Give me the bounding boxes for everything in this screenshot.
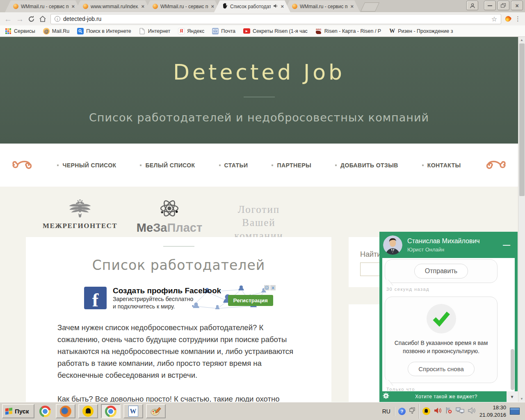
tray-date: 21.09.2016 [479,411,506,419]
nav-add-review[interactable]: ДОБАВИТЬ ОТЗЫВ [335,162,398,169]
tab-detected-job-active[interactable]: Список работодателей × [214,0,290,12]
taskbar-chrome-active[interactable] [101,404,121,418]
url-text[interactable]: detected-job.ru [63,16,488,22]
show-desktop-icon[interactable] [510,408,520,415]
widget-promo-link[interactable]: Хотите такой же виджет? [389,394,503,399]
bookmark-mail[interactable]: Почта [212,28,235,34]
restore-button[interactable] [498,1,509,10]
chat-widget: Станислав Михайлович Юрист Онлайн — Отпр… [379,232,518,402]
forward-icon[interactable]: → [16,15,24,23]
bookmark-internet[interactable]: Интернет [139,28,171,34]
chat-bubble-send: Отправить [385,259,498,283]
taskbar-firefox[interactable] [56,404,75,418]
back-icon[interactable]: ← [4,15,12,23]
volume-red-icon[interactable] [434,407,442,415]
reload-icon[interactable] [28,16,35,23]
security-alert-flag-icon[interactable] [445,407,452,415]
site-header: Detected Job Список работодателей и недо… [0,37,518,144]
profile-button[interactable] [466,1,478,10]
bookmark-label: Поиск в Интернете [86,28,131,34]
tray-clock[interactable]: 18:30 21.09.2016 [479,404,506,418]
nav-contacts[interactable]: КОНТАКТЫ [422,162,461,169]
nav-articles[interactable]: СТАТЬИ [219,162,248,169]
bookmark-mailru[interactable]: @ Mail.Ru [43,28,69,34]
tab-close-icon[interactable]: × [350,4,354,9]
tab-wmmail-3[interactable]: WMmail.ru - сервис почтов × [144,0,221,12]
tab-audio-icon[interactable] [273,4,278,9]
ad-title: Создать профиль Facebook [113,286,221,295]
language-indicator[interactable]: RU [382,408,390,415]
address-bar[interactable]: i detected-job.ru ☆ [50,14,501,24]
volume-icon[interactable] [468,407,476,415]
ornament-swirl-left-icon [11,159,35,171]
page-info-icon[interactable]: i [55,16,60,22]
nav-white-list[interactable]: БЕЛЫЙ СПИСОК [140,162,195,169]
extension-flame-icon[interactable] [504,15,512,23]
tab-close-icon[interactable]: × [211,4,214,9]
quicklaunch-chrome[interactable] [37,406,53,417]
paragraph: Как быть? Все довольно просто! К счастью… [57,393,297,402]
taskbar-cyberghost[interactable] [78,404,98,418]
facebook-ad-banner[interactable]: f [84,285,274,311]
logo-placeholder-text: Логотип Вашей компании [218,198,300,242]
bookmark-risen-map[interactable]: RPG Risen - Карта - Risen / Р [315,28,381,34]
tab-wmmail-2[interactable]: www.wmmail.ru/index.php? × [75,0,151,12]
consultant-avatar [383,235,402,255]
chat-minimize-icon[interactable]: — [500,241,513,249]
gear-icon[interactable] [383,393,389,401]
start-button[interactable]: Пуск [2,404,34,418]
nav-black-list[interactable]: ЧЕРНЫЙ СПИСОК [57,162,116,169]
scroll-down-icon[interactable]: ▼ [518,397,525,401]
scroll-up-icon[interactable]: ▲ [518,38,525,42]
tab-wmmail-4[interactable]: WMmail.ru - сервис почтов × [284,0,360,12]
ask-again-button[interactable]: Спросить снова [408,362,475,376]
bookmark-services[interactable]: Сервисы [5,28,35,34]
scrollbar-thumb[interactable] [519,43,525,196]
bookmark-star-icon[interactable]: ☆ [491,15,497,23]
chat-footer[interactable]: Хотите такой же виджет? [379,391,507,402]
apps-grid-icon [5,28,11,34]
menu-dots-icon[interactable]: ⋮ [515,15,521,23]
facebook-logo-icon: f [84,287,107,309]
logo-mezaplast[interactable]: МеЗаПласт [128,198,210,235]
site-subtitle: Список работодателей и недобросовестных … [0,111,518,124]
tab-close-icon[interactable]: × [141,4,144,9]
tray-expand-icon[interactable] [409,407,415,415]
logo-placeholder[interactable]: Логотип Вашей компании [218,198,300,242]
tab-title: www.wmmail.ru/index.php? [91,4,139,9]
page-scrollbar[interactable]: ▲ ▼ [518,37,525,402]
nav-partners[interactable]: ПАРТНЕРЫ [272,162,311,169]
new-tab-button[interactable] [361,2,379,11]
partner-logos-band: МЕЖРЕГИОНТЕСТ МеЗаПласт Логотип Вашей ко… [0,187,518,237]
logo-name: МеЗаПласт [128,221,210,235]
wmmail-favicon [83,4,88,9]
ad-close-icon[interactable]: X [270,285,276,290]
tab-close-icon[interactable]: × [71,4,75,9]
paint-icon [151,406,161,416]
tab-close-icon[interactable]: × [281,4,284,9]
chat-scrollbar-thumb[interactable] [511,349,514,390]
help-icon[interactable]: ? [398,408,406,415]
adchoices-info-icon[interactable]: i [264,285,269,290]
bookmarks-bar: Сервисы @ Mail.Ru Поиск в Интернете Инте… [0,25,525,37]
w-letter-icon: W [389,28,395,34]
close-button[interactable]: × [511,1,523,10]
network-icon[interactable] [456,407,464,415]
chat-collapse-icon[interactable]: ▼ [507,391,518,402]
taskbar: Пуск W RU ? 18:30 [0,402,525,420]
bookmark-internet-search[interactable]: Поиск в Интернете [77,28,131,34]
ad-register-button[interactable]: Регистрация [228,295,273,306]
cyberghost-tray-icon[interactable] [422,407,430,415]
taskbar-paint[interactable] [146,404,166,418]
bullet-icon [140,164,142,166]
bookmark-risen-walkthrough[interactable]: W Ризен - Прохождение з [389,28,453,34]
minimize-button[interactable] [484,1,496,10]
tab-wmmail-1[interactable]: WMmail.ru - сервис почтов × [5,0,81,12]
bookmark-risen-secrets[interactable]: ▶ Секреты Risen (1-я час [243,28,308,34]
logo-mezhregiontest[interactable]: МЕЖРЕГИОНТЕСТ [39,198,121,230]
taskbar-word[interactable]: W [123,404,143,418]
chat-header: Станислав Михайлович Юрист Онлайн — [379,232,518,258]
home-icon[interactable] [39,16,46,22]
send-button[interactable]: Отправить [414,264,468,278]
bookmark-yandex[interactable]: Я Яндекс [178,28,204,34]
